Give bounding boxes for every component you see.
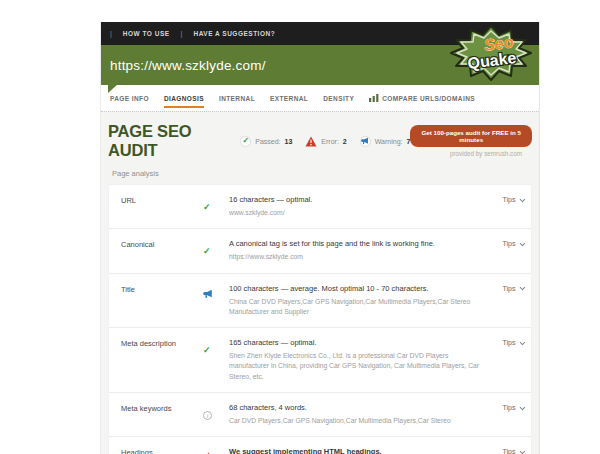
tabs-bar: PAGE INFO DIAGNOSIS INTERNAL EXTERNAL DE…: [101, 85, 539, 111]
provided-by-text: provided by semrush.com: [450, 150, 532, 157]
table-row-url: URL ✓ 16 characters — optimal. www.szkly…: [109, 185, 531, 228]
tab-compare-urls-domains[interactable]: COMPARE URLS/DOMAINS: [369, 88, 475, 108]
content-area: PAGE SEO AUDIT ✓ Passed: 13 Error:: [101, 111, 539, 454]
row-label: URL: [121, 195, 203, 205]
audited-url[interactable]: https://www.szklyde.com/: [101, 58, 266, 73]
warning-megaphone-icon: [360, 136, 371, 147]
row-text: A canonical tag is set for this page and…: [229, 239, 487, 249]
row-text: 165 characters — optimal.: [229, 338, 487, 348]
info-icon: i: [203, 411, 212, 420]
tab-diagnosis[interactable]: DIAGNOSIS: [164, 89, 204, 108]
table-row-headings: Headings We suggest implementing HTML he…: [109, 436, 531, 454]
tips-toggle[interactable]: Tips: [503, 239, 523, 247]
page-title: PAGE SEO AUDIT: [108, 122, 224, 160]
have-a-suggestion-link[interactable]: HAVE A SUGGESTION?: [193, 30, 275, 37]
row-text: 16 characters — optimal.: [229, 195, 487, 205]
passed-stat: ✓ Passed: 13: [240, 136, 292, 147]
analysis-table: URL ✓ 16 characters — optimal. www.szkly…: [108, 184, 532, 454]
row-subtext: China Car DVD Players,Car GPS Navigation…: [229, 297, 487, 317]
chevron-down-icon: [519, 448, 524, 453]
row-label: Headings: [121, 447, 203, 454]
separator: [110, 30, 112, 37]
row-subtext: Shen Zhen Klyde Electronics Co., Ltd. is…: [229, 351, 487, 382]
tips-toggle[interactable]: Tips: [503, 195, 523, 203]
row-text: 68 characters, 4 words.: [229, 403, 487, 413]
warning-megaphone-icon: [203, 289, 213, 299]
tips-toggle[interactable]: Tips: [503, 284, 523, 292]
table-row-title: Title 100 characters — average. Most opt…: [109, 273, 531, 328]
tips-toggle[interactable]: Tips: [503, 447, 523, 454]
how-to-use-link[interactable]: HOW TO USE: [123, 30, 170, 37]
row-text: 100 characters — average. Most optimal 1…: [229, 284, 487, 294]
page-background: HOW TO USE HAVE A SUGGESTION? https://ww…: [0, 0, 600, 454]
audit-stats: ✓ Passed: 13 Error: 2: [240, 136, 410, 147]
error-label: Error:: [321, 138, 339, 145]
tab-external[interactable]: EXTERNAL: [270, 89, 308, 108]
row-subtext: www.szklyde.com/: [229, 208, 487, 218]
separator: [181, 30, 183, 37]
chevron-down-icon: [519, 196, 524, 201]
passed-check-icon: ✓: [240, 136, 251, 147]
row-label: Canonical: [121, 239, 203, 249]
error-stat: Error: 2: [305, 136, 346, 147]
passed-check-icon: ✓: [203, 345, 211, 355]
tips-toggle[interactable]: Tips: [503, 338, 523, 346]
bar-chart-icon: [369, 94, 379, 102]
table-row-meta-keywords: Meta keywords i 68 characters, 4 words. …: [109, 392, 531, 436]
tab-density[interactable]: DENSITY: [323, 89, 354, 108]
warning-stat: Warning: 7: [360, 136, 411, 147]
seoquake-window: HOW TO USE HAVE A SUGGESTION? https://ww…: [100, 22, 540, 454]
tips-toggle[interactable]: Tips: [503, 403, 523, 411]
get-audit-button[interactable]: Get 100-pages audit for FREE in 5 minute…: [410, 125, 532, 147]
passed-label: Passed:: [255, 138, 280, 145]
row-subtext: Car DVD Players,Car GPS Navigation,Car M…: [229, 416, 487, 426]
row-label: Meta description: [121, 338, 203, 348]
tab-compare-label: COMPARE URLS/DOMAINS: [382, 95, 475, 102]
url-bar-tail: [108, 84, 118, 93]
chevron-down-icon: [519, 404, 524, 409]
chevron-down-icon: [519, 285, 524, 290]
cta-wrap: Get 100-pages audit for FREE in 5 minute…: [410, 125, 532, 157]
error-triangle-icon: [305, 136, 317, 147]
error-value: 2: [343, 138, 347, 145]
row-label: Title: [121, 284, 203, 294]
tab-internal[interactable]: INTERNAL: [219, 89, 255, 108]
table-row-canonical: Canonical ✓ A canonical tag is set for t…: [109, 228, 531, 272]
seoquake-logo: Seo Quake: [448, 24, 534, 84]
passed-value: 13: [285, 138, 293, 145]
chevron-down-icon: [519, 339, 524, 344]
row-subtext: https://www.szklyde.com: [229, 252, 487, 262]
page-analysis-heading: Page analysis: [112, 169, 532, 178]
row-label: Meta keywords: [121, 403, 203, 413]
passed-check-icon: ✓: [203, 202, 211, 212]
audit-header: PAGE SEO AUDIT ✓ Passed: 13 Error:: [108, 122, 532, 160]
row-text: We suggest implementing HTML headings.: [229, 447, 487, 454]
chevron-down-icon: [519, 241, 524, 246]
table-row-meta-description: Meta description ✓ 165 characters — opti…: [109, 327, 531, 392]
warning-label: Warning:: [375, 138, 403, 145]
passed-check-icon: ✓: [203, 246, 211, 256]
